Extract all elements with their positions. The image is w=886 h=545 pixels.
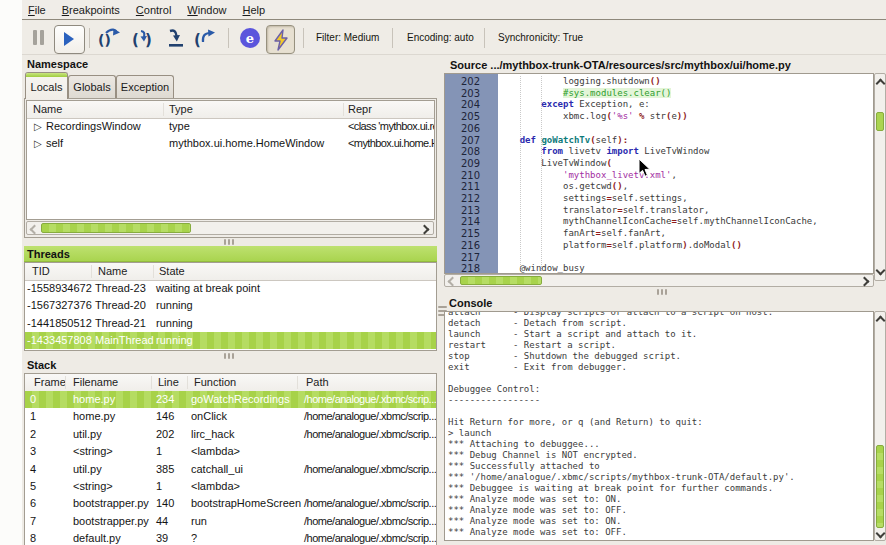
scrollbar-thumb[interactable] [460, 276, 542, 285]
stack-panel-title: Stack [27, 359, 56, 371]
column-header-name[interactable]: Name [33, 101, 62, 118]
source-vscrollbar[interactable] [874, 73, 886, 281]
scroll-right-icon[interactable] [420, 224, 430, 234]
source-editor[interactable]: 2022032042052062072082092102112122132142… [444, 73, 874, 274]
code-token-k: except [541, 99, 574, 109]
scrollbar-thumb[interactable] [41, 223, 191, 233]
stack-frame-row[interactable]: 7bootstrapper.py44run/home/analogue/.xbm… [25, 513, 436, 530]
tab-locals[interactable]: Locals [25, 72, 68, 99]
stack-frame-row[interactable]: 0home.py234goWatchRecordings/home/analog… [25, 391, 436, 408]
toolbar-separator [484, 28, 485, 48]
line-number: 211 [461, 181, 480, 193]
tab-globals[interactable]: Globals [68, 75, 116, 98]
tab-exception[interactable]: Exception [116, 75, 174, 98]
menu-window[interactable]: Window [179, 0, 234, 20]
stack-frame-row[interactable]: 8default.py39?/home/analogue/.xbmc/scrip… [25, 530, 436, 545]
header-separator [343, 103, 344, 116]
code-token-d: .doModal [688, 240, 731, 250]
scroll-left-icon[interactable] [448, 277, 458, 287]
thread-row[interactable]: -1433457808MainThreadrunning [25, 332, 436, 349]
menu-control[interactable]: Control [128, 0, 179, 20]
grip-dot [224, 353, 226, 359]
scroll-left-icon[interactable] [30, 224, 40, 234]
code-token-d [498, 88, 563, 98]
expand-triangle-icon[interactable]: ▷ [34, 118, 42, 135]
column-header-path[interactable]: Path [306, 374, 329, 391]
column-header-type[interactable]: Type [169, 101, 193, 118]
console-vscrollbar[interactable] [874, 311, 886, 541]
column-header-tid[interactable]: TID [32, 263, 50, 280]
console-panel-title: Console [449, 297, 492, 309]
menu-breakpoints[interactable]: Breakpoints [54, 0, 128, 20]
step-out-icon[interactable] [166, 27, 188, 50]
analyze-toggle-button[interactable] [266, 25, 295, 54]
winpdb-window: FileBreakpointsControlWindowHelp () ( ) [0, 0, 886, 545]
source-hscrollbar[interactable] [444, 274, 874, 287]
tab-label: Exception [121, 81, 169, 93]
splitter-threads-stack[interactable] [224, 353, 234, 359]
header-separator [187, 376, 188, 389]
encoding-icon[interactable]: e [240, 28, 260, 48]
thread-row[interactable]: -1567327376Thread-20running [25, 297, 436, 314]
grip-dot [657, 289, 659, 295]
namespace-row[interactable]: ▷RecordingsWindowtype<class 'mythbox.ui.… [27, 118, 434, 135]
thread-header: TIDNameState [25, 263, 436, 281]
splitter-source-console[interactable] [657, 289, 667, 295]
thread-row[interactable]: -1558934672Thread-23waiting at break poi… [25, 280, 436, 297]
code-token-d: logging.shutdown [498, 76, 650, 86]
column-header-name[interactable]: Name [98, 263, 127, 280]
scroll-down-icon[interactable] [876, 529, 886, 539]
cell-function: lirc_hack [191, 426, 234, 443]
step-over-icon[interactable]: () [98, 27, 124, 50]
namespace-row[interactable]: ▷selfmythbox.ui.home.HomeWindow<mythbox.… [27, 135, 434, 152]
stack-frame-row[interactable]: 6bootstrapper.py140bootstrapHomeScreen/h… [25, 495, 436, 512]
scroll-up-icon[interactable] [876, 79, 886, 89]
namespace-hscrollbar[interactable] [26, 221, 434, 235]
code-line-218: @window_busy [498, 263, 585, 274]
code-token-o: () [731, 240, 742, 250]
splitter-namespace-threads[interactable] [224, 239, 234, 245]
code-token-o: ): [617, 135, 628, 145]
cell-function: goWatchRecordings [191, 391, 290, 408]
column-header-filename[interactable]: Filename [73, 374, 118, 391]
code-token-s: 'mythbox_livetv.xml' [563, 170, 671, 180]
thread-row[interactable]: -1441850512Thread-21running [25, 315, 436, 332]
scroll-up-icon[interactable] [876, 316, 886, 326]
code-token-d [498, 146, 541, 156]
stack-frame-row[interactable]: 3<string>1<lambda> [25, 443, 436, 460]
namespace-table: NameTypeRepr▷RecordingsWindowtype<class … [26, 100, 435, 220]
go-button[interactable] [54, 25, 85, 54]
code-line-214: mythChannelIconCache=self.mythChannelIco… [498, 216, 818, 228]
cell-frame: 4 [30, 461, 36, 478]
scroll-down-icon[interactable] [876, 266, 886, 276]
console-output[interactable]: attach - Display scripts or attach to a … [444, 311, 874, 541]
code-token-d: self.mythChannelIconCache, [677, 216, 818, 226]
cell-line: 234 [156, 391, 174, 408]
run-to-return-icon[interactable]: ( [194, 27, 220, 50]
code-line-209: LiveTvWindow( [498, 158, 612, 170]
cell-path: /home/analogue/.xbmc/scrip... [304, 495, 436, 512]
stack-frame-row[interactable]: 1home.py146onClick/home/analogue/.xbmc/s… [25, 408, 436, 425]
threads-table: TIDNameState-1558934672Thread-23waiting … [24, 262, 437, 351]
stack-frame-row[interactable]: 5<string>1<lambda> [25, 478, 436, 495]
scrollbar-thumb[interactable] [876, 112, 884, 131]
pause-icon[interactable] [33, 30, 46, 46]
scrollbar-thumb[interactable] [876, 445, 884, 528]
header-separator [153, 265, 154, 278]
column-header-frame[interactable]: Frame [34, 374, 66, 391]
scroll-right-icon[interactable] [860, 277, 870, 287]
code-line-212: settings=self.settings, [498, 193, 688, 205]
stack-frame-row[interactable]: 2util.py202lirc_hack/home/analogue/.xbmc… [25, 426, 436, 443]
cell-type: type [169, 118, 190, 135]
cell-state: running [156, 332, 193, 349]
menu-help[interactable]: Help [234, 0, 273, 20]
column-header-state[interactable]: State [159, 263, 185, 280]
step-into-icon[interactable]: ( ) [132, 27, 157, 50]
expand-triangle-icon[interactable]: ▷ [34, 135, 42, 152]
column-header-function[interactable]: Function [194, 374, 236, 391]
column-header-line[interactable]: Line [158, 374, 179, 391]
menu-file[interactable]: File [20, 0, 54, 20]
column-header-repr[interactable]: Repr [348, 101, 372, 118]
cell-frame: 8 [30, 530, 36, 545]
stack-frame-row[interactable]: 4util.py385catchall_ui/home/analogue/.xb… [25, 461, 436, 478]
